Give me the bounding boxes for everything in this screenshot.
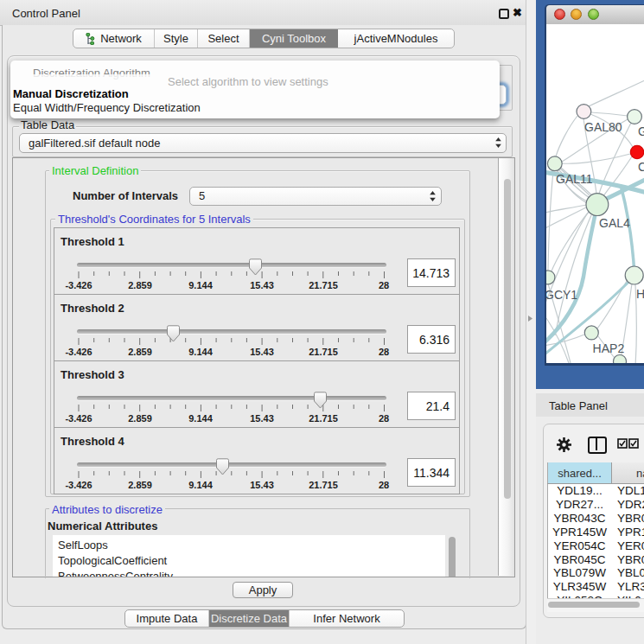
svg-text:GCY1: GCY1 [546, 288, 577, 302]
svg-text:H: H [636, 287, 644, 301]
svg-text:C: C [638, 160, 644, 174]
svg-text:GAL4: GAL4 [599, 216, 630, 230]
svg-text:HAP2: HAP2 [593, 341, 625, 355]
svg-text:GAL80: GAL80 [584, 120, 622, 134]
svg-text:GAL11: GAL11 [556, 172, 593, 186]
svg-text:GA: GA [638, 124, 644, 138]
